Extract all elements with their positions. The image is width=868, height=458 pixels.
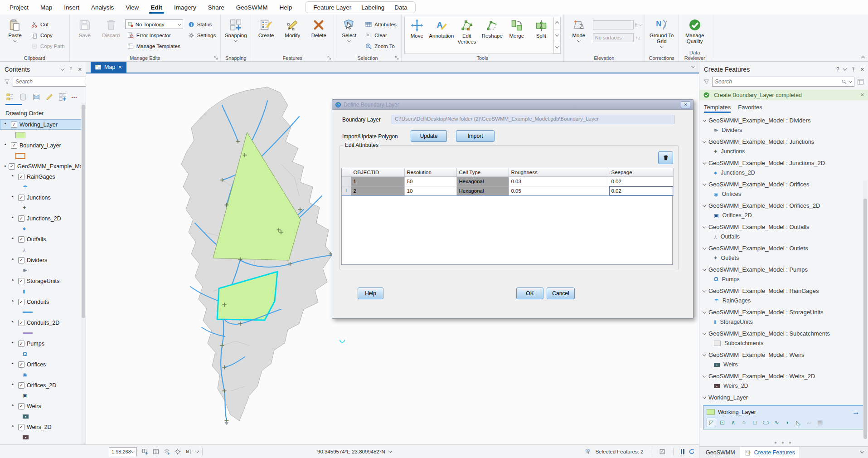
create-button[interactable]: Create [254,17,278,54]
line-tool-icon[interactable]: ∧ [728,418,738,427]
layer-checkbox[interactable]: ✓ [18,215,24,222]
paste-button[interactable]: Paste [3,17,27,54]
menu-imagery[interactable]: Imagery [168,0,202,15]
panel-pin-icon[interactable] [850,67,856,73]
layer-checkbox[interactable]: ✓ [18,278,24,284]
panel-resize-dots[interactable]: ● ● ● [699,439,868,446]
update-button[interactable]: Update [411,130,447,142]
map-scale-combo[interactable]: 1:98,268 [109,447,137,456]
notification-close-icon[interactable]: ✕ [860,92,864,98]
menu-edit[interactable]: Edit [145,0,168,15]
template-group-header[interactable]: Working_Layer [703,393,868,402]
layer-checkbox[interactable]: ✓ [18,236,24,243]
template-item-junctions_2d[interactable]: ◆Junctions_2D [703,168,868,178]
working-layer-template-tile[interactable]: Working_Layer→◸⊡∧○□◯∿◗◺▱▤ [703,405,863,429]
gallery-expand-icon[interactable] [555,45,559,49]
menu-map[interactable]: Map [34,0,58,15]
clear-selection-button[interactable]: Clear [363,30,398,40]
cell-objectid[interactable]: 1 [351,176,404,186]
row-selector[interactable] [342,176,351,186]
template-group-header[interactable]: GeoSWMM_Example_Model : Junctions_2D [703,158,868,168]
ribbon-collapse-icon[interactable] [861,56,865,60]
manage-templates-pane-icon[interactable] [857,78,864,86]
layer-checkbox[interactable]: ✓ [11,122,17,128]
template-item-outfalls[interactable]: YOutfalls [703,232,868,242]
contents-search-input[interactable] [15,78,86,85]
layer-checkbox[interactable]: ✓ [18,257,24,263]
cell-roughness[interactable]: 0.03 [509,176,609,186]
list-by-selection-icon[interactable] [32,93,41,102]
elevation-mode-button[interactable]: Z Mode [567,17,591,54]
dialog-close-icon[interactable]: ✕ [681,101,690,108]
ok-button[interactable]: OK [516,287,543,299]
gallery-down-icon[interactable] [555,33,559,36]
expand-icon[interactable]: ▸ [11,341,17,346]
manage-edits-launcher-icon[interactable] [213,55,219,61]
layer-checkbox[interactable]: ✓ [18,174,24,180]
elevation-value-field[interactable] [593,20,634,29]
layer-item-boundary_layer[interactable]: ▸✓Boundary_Layer [0,140,86,151]
template-group-header[interactable]: GeoSWMM_Example_Model : Weirs [703,350,868,360]
layer-checkbox[interactable]: ✓ [18,403,24,409]
layer-checkbox[interactable]: ✓ [18,424,24,430]
template-item-junctions[interactable]: ✚Junctions [703,146,868,156]
layer-checkbox[interactable]: ✓ [11,142,17,149]
templates-scrollbar[interactable] [863,180,868,431]
autocomplete-polygon-tool-icon[interactable]: ◺ [794,418,803,427]
column-header-objectid[interactable]: OBJECTID [351,168,404,176]
contents-close-icon[interactable]: ✕ [78,67,82,73]
layer-item-weirs_2d[interactable]: ▸✓Weirs_2D [0,422,86,432]
surfaces-field[interactable]: No surfaces [593,33,634,42]
layer-item-orifices[interactable]: ▸✓Orifices [0,359,86,370]
layer-checkbox[interactable]: ✓ [18,195,24,201]
compass-icon[interactable]: N [185,448,192,455]
expand-icon[interactable]: ▸ [11,257,17,263]
attributes-button[interactable]: Attributes [363,19,398,29]
template-group-header[interactable]: GeoSWMM_Example_Model : Pumps [703,265,868,274]
layer-checkbox[interactable]: ✓ [18,341,24,347]
layer-checkbox[interactable]: ✓ [18,320,24,326]
menu-help[interactable]: Help [273,0,298,15]
delete-button[interactable]: Delete [306,17,331,54]
cell-resolution[interactable]: 10 [404,186,456,195]
expand-icon[interactable]: ▸ [11,320,17,326]
contents-filter-icon[interactable] [4,78,10,85]
ellipse-tool-icon[interactable]: ◯ [761,419,771,425]
add-grid-icon[interactable] [141,448,149,455]
expand-icon[interactable]: ▸ [11,278,17,284]
column-header-cell-type[interactable]: Cell Type [456,168,509,176]
menu-data[interactable]: Data [389,4,412,11]
layer-item-junctions_2d[interactable]: ▸✓Junctions_2D [0,213,86,224]
import-button[interactable]: Import [456,130,495,142]
column-header-resolution[interactable]: Resolution [404,168,456,176]
cell-cell-type[interactable]: Hexagonal [456,186,509,195]
template-item-orifices[interactable]: ◉Orifices [703,189,868,199]
row-selector[interactable]: I [342,186,351,195]
menu-view[interactable]: View [120,0,145,15]
panel-menu-chevron-icon[interactable] [843,67,847,70]
open-template-arrow-icon[interactable]: → [852,408,860,416]
manage-templates-button[interactable]: Manage Templates [125,41,218,51]
open-table-icon[interactable] [152,448,160,455]
layer-item-geoswmm_example_model[interactable]: ▸✓GeoSWMM_Example_Model [0,161,86,171]
menu-insert[interactable]: Insert [58,0,85,15]
template-group-header[interactable]: GeoSWMM_Example_Model : Weirs_2D [703,371,868,381]
dialog-titlebar[interactable]: Define Boundary Layer ✕ [332,100,693,110]
refresh-icon[interactable] [688,448,695,455]
bottom-tab-geoswmm[interactable]: GeoSWMM [701,447,740,458]
trace-tool-icon[interactable]: ▱ [805,418,814,427]
menu-geoswmm[interactable]: GeoSWMM [230,0,274,15]
template-group-header[interactable]: GeoSWMM_Example_Model : Outlets [703,244,868,253]
split-button[interactable]: Split [529,17,553,54]
pause-drawing-icon[interactable] [681,449,685,454]
bottom-tabs-chevron-icon[interactable] [860,449,864,453]
template-group-header[interactable]: GeoSWMM_Example_Model : Junctions [703,137,868,146]
cell-objectid[interactable]: 2 [351,186,404,195]
copy-button[interactable]: Copy [29,30,67,40]
snapping-button[interactable]: Snapping [223,17,248,54]
template-group-header[interactable]: GeoSWMM_Example_Model : Orifices [703,180,868,189]
layer-checkbox[interactable]: ✓ [18,361,24,368]
menu-analysis[interactable]: Analysis [85,0,120,15]
cancel-button[interactable]: Cancel [547,287,575,299]
polygon-tool-icon[interactable]: ◸ [707,418,716,427]
